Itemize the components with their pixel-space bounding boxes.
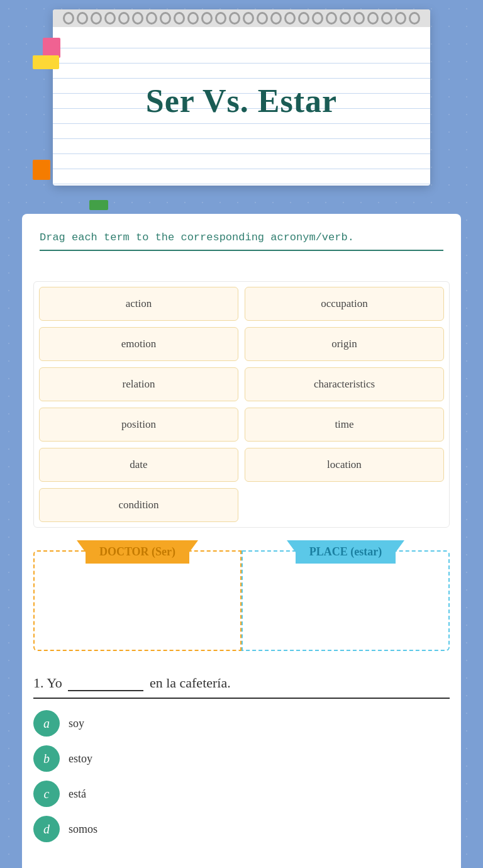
spiral-coil bbox=[215, 12, 226, 25]
term-emotion[interactable]: emotion bbox=[39, 327, 238, 361]
spiral-coil bbox=[201, 12, 213, 25]
page-title: Ser Vs. Estar bbox=[146, 82, 337, 120]
spiral-coil bbox=[187, 12, 199, 25]
spiral-coil bbox=[353, 12, 365, 25]
spiral-coil bbox=[77, 12, 88, 25]
drop-zone-doctor[interactable]: DOCTOR (Ser) bbox=[33, 550, 242, 651]
term-origin[interactable]: origin bbox=[245, 327, 444, 361]
option-b-text: estoy bbox=[69, 752, 92, 765]
bubble-d: d bbox=[33, 816, 60, 842]
doctor-ribbon: DOCTOR (Ser) bbox=[86, 540, 189, 564]
spiral-coil bbox=[63, 12, 74, 25]
spiral-coil bbox=[229, 12, 240, 25]
spiral-binding bbox=[53, 9, 430, 27]
terms-container: action occupation emotion origin relatio… bbox=[22, 275, 461, 539]
term-position[interactable]: position bbox=[39, 408, 238, 442]
question-end: en la cafetería. bbox=[150, 675, 231, 691]
term-condition[interactable]: condition bbox=[39, 488, 238, 522]
term-location[interactable]: location bbox=[245, 448, 444, 482]
question-text: Yo bbox=[47, 675, 62, 691]
option-a-text: soy bbox=[69, 717, 84, 730]
spiral-coil bbox=[312, 12, 323, 25]
spiral-coil bbox=[257, 12, 268, 25]
option-b[interactable]: b estoy bbox=[33, 745, 450, 772]
bubble-b: b bbox=[33, 745, 60, 772]
spiral-coil bbox=[284, 12, 296, 25]
spiral-coil bbox=[395, 12, 406, 25]
term-occupation[interactable]: occupation bbox=[245, 287, 444, 321]
spiral-coil bbox=[340, 12, 351, 25]
option-c-text: está bbox=[69, 787, 86, 801]
spiral-coil bbox=[381, 12, 392, 25]
spiral-coil bbox=[270, 12, 282, 25]
option-a[interactable]: a soy bbox=[33, 710, 450, 737]
drop-zones-row: DOCTOR (Ser) PLACE (estar) bbox=[33, 550, 450, 651]
notebook-paper: Ser Vs. Estar bbox=[53, 9, 430, 186]
bubble-c: c bbox=[33, 781, 60, 807]
question-number: 1. bbox=[33, 675, 44, 691]
drop-zones-area: DOCTOR (Ser) PLACE (estar) bbox=[22, 539, 461, 662]
spiral-coil bbox=[367, 12, 379, 25]
spiral-coil bbox=[160, 12, 171, 25]
notebook-area: Ser Vs. Estar bbox=[0, 0, 483, 214]
term-characteristics[interactable]: characteristics bbox=[245, 367, 444, 401]
spiral-coil bbox=[326, 12, 337, 25]
spiral-coil bbox=[243, 12, 254, 25]
option-c[interactable]: c está bbox=[33, 781, 450, 807]
quiz-question: 1. Yo en la cafetería. bbox=[33, 675, 450, 699]
quiz-section: 1. Yo en la cafetería. a soy b estoy c e… bbox=[22, 662, 461, 854]
spiral-coil bbox=[91, 12, 102, 25]
answer-options: a soy b estoy c está d somos bbox=[33, 710, 450, 854]
spiral-coil bbox=[132, 12, 143, 25]
spiral-coil bbox=[118, 12, 130, 25]
spiral-coil bbox=[298, 12, 309, 25]
sticky-green bbox=[89, 200, 108, 210]
term-time[interactable]: time bbox=[245, 408, 444, 442]
drop-zone-place[interactable]: PLACE (estar) bbox=[242, 550, 450, 651]
spiral-coil bbox=[146, 12, 157, 25]
sticky-orange bbox=[33, 160, 50, 180]
sticky-yellow bbox=[33, 55, 59, 69]
place-ribbon: PLACE (estar) bbox=[296, 540, 396, 564]
bubble-a: a bbox=[33, 710, 60, 737]
option-d[interactable]: d somos bbox=[33, 816, 450, 842]
spiral-coil bbox=[104, 12, 116, 25]
bottom-pad bbox=[22, 854, 461, 868]
option-d-text: somos bbox=[69, 823, 97, 836]
blank-line bbox=[68, 690, 143, 691]
spiral-coil bbox=[409, 12, 420, 25]
spiral-coil bbox=[174, 12, 185, 25]
terms-grid: action occupation emotion origin relatio… bbox=[33, 281, 450, 528]
term-date[interactable]: date bbox=[39, 448, 238, 482]
term-relation[interactable]: relation bbox=[39, 367, 238, 401]
term-action[interactable]: action bbox=[39, 287, 238, 321]
instruction-text: Drag each term to the corresponding acro… bbox=[40, 231, 443, 251]
main-card: Drag each term to the corresponding acro… bbox=[22, 214, 461, 275]
